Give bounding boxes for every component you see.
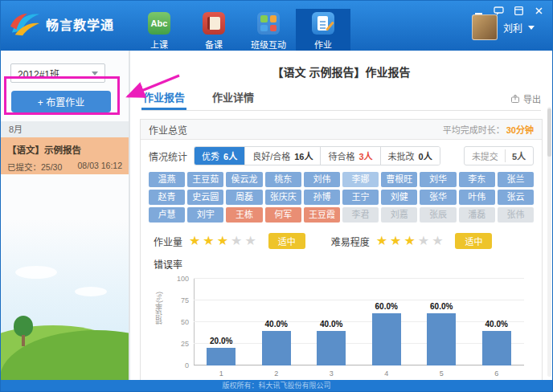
student-cell[interactable]: 王宁 (342, 190, 379, 205)
bar-slot: 40.0%3 (304, 279, 359, 365)
status-filter-0[interactable]: 优秀6人 (195, 147, 244, 165)
difficulty-label: 难易程度 (331, 235, 370, 248)
filter-count: 0人 (419, 149, 432, 162)
close-icon[interactable] (534, 5, 544, 15)
student-cell[interactable]: 王豆霞 (304, 207, 340, 223)
status-filter-2[interactable]: 待合格3人 (320, 147, 379, 165)
tab-homework-detail[interactable]: 作业详情 (211, 89, 256, 110)
overview-panel: 作业总览 平均完成时长：30分钟 情况统计 优秀6人良好/合格16人待合格3人未… (140, 119, 543, 380)
homework-card[interactable]: 【语文】示例报告 已提交：25/30 08/03 16:12 (1, 137, 129, 174)
student-cell[interactable]: 温燕 (149, 172, 185, 187)
sidebar: 2012#1班 + 布置作业 8月 【语文】示例报告 已提交：25/30 08/… (1, 51, 129, 380)
star-icon: ★ (432, 235, 443, 247)
user-menu[interactable]: 刘利 (472, 14, 535, 40)
student-cell[interactable]: 张辰 (420, 207, 456, 223)
logo-area: 畅言教学通 (9, 10, 114, 39)
student-cell[interactable]: 张云 (498, 190, 534, 205)
chart-bars: 20.0%140.0%240.0%360.0%460.0%540.0%6 (194, 279, 524, 365)
star-icon: ★ (244, 235, 256, 247)
student-cell[interactable]: 张伟 (498, 207, 534, 223)
student-cell[interactable]: 刘健 (381, 190, 417, 205)
assign-homework-button[interactable]: + 布置作业 (11, 91, 111, 112)
homework-card-meta: 已提交：25/30 08/03 16:12 (7, 161, 122, 173)
stats-label: 情况统计 (149, 149, 187, 163)
chart-bar[interactable] (317, 331, 346, 365)
difficulty-stars: ★★★★★ (376, 235, 446, 247)
y-tick-label: 50 (168, 318, 189, 326)
error-rate-chart: 错误率(%) 025507510020.0%140.0%240.0%360.0%… (147, 272, 532, 380)
student-cell[interactable]: 王豆茹 (187, 172, 223, 187)
star-icon: ★ (189, 235, 200, 247)
tree-shape (14, 316, 33, 337)
student-cell[interactable]: 刘华 (420, 172, 456, 187)
student-cell[interactable]: 李君 (342, 207, 379, 223)
status-filter-group: 优秀6人良好/合格16人待合格3人未批改0人 (194, 146, 440, 165)
student-cell[interactable]: 何军 (265, 207, 301, 223)
bar-slot: 60.0%4 (359, 279, 415, 365)
class-selector[interactable]: 2012#1班 (10, 63, 105, 83)
homework-card-title: 【语文】示例报告 (7, 143, 122, 156)
chart-bar[interactable] (207, 348, 236, 365)
y-tick-label: 100 (168, 275, 189, 283)
app-title: 畅言教学通 (46, 14, 114, 34)
y-tick-label: 0 (168, 361, 189, 370)
student-cell[interactable]: 史云圆 (187, 190, 223, 205)
student-cell[interactable]: 周磊 (226, 190, 262, 205)
nav-tab-2[interactable]: 班级互动 (241, 9, 296, 51)
not-submitted-filter[interactable]: 未提交5人 (464, 146, 534, 165)
student-cell[interactable]: 刘嘉 (381, 207, 417, 223)
filter-count: 6人 (223, 149, 237, 162)
student-cell[interactable]: 张华 (420, 190, 456, 205)
abc-icon: Abc (148, 12, 170, 35)
student-cell[interactable]: 曹根旺 (381, 172, 417, 187)
difficulty-badge: 适中 (455, 233, 492, 249)
homework-datetime: 08/03 16:12 (78, 161, 122, 173)
scrollbar-thumb[interactable] (547, 108, 551, 157)
x-tick-label: 6 (469, 370, 525, 378)
student-cell[interactable]: 张兰 (498, 172, 534, 187)
student-cell[interactable]: 赵青 (149, 190, 185, 205)
nav-tabs: Abc上课备课班级互动作业 (132, 9, 350, 51)
student-cell[interactable]: 潘磊 (459, 207, 495, 223)
cloud-shape (75, 287, 107, 296)
status-filter-1[interactable]: 良好/合格16人 (244, 147, 320, 165)
star-icon: ★ (203, 235, 214, 247)
student-cell[interactable]: 李娜 (342, 172, 379, 187)
filter-label: 优秀 (202, 149, 219, 162)
student-cell[interactable]: 张庆庆 (265, 190, 301, 205)
student-cell[interactable]: 卢慧 (149, 207, 185, 223)
export-button[interactable]: 导出 (510, 92, 541, 110)
y-tick-label: 25 (168, 340, 189, 348)
workload-stars: ★★★★★ (189, 235, 259, 247)
stars-row: 作业量 ★★★★★ 适中 难易程度 ★★★★★ 适中 (141, 227, 542, 251)
student-cell[interactable]: 李东 (459, 172, 495, 187)
student-cell[interactable]: 王栋 (226, 207, 262, 223)
bar-slot: 60.0%5 (414, 279, 469, 365)
app-window: 畅言教学通 Abc上课备课班级互动作业 刘利 2012#1班 (0, 0, 553, 392)
student-cell[interactable]: 孙博 (304, 190, 340, 205)
tab-homework-report[interactable]: 作业报告 (141, 89, 186, 110)
student-grid: 温燕王豆茹侯云龙桃东刘伟李娜曹根旺刘华李东张兰赵青史云圆周磊张庆庆孙博王宁刘健张… (141, 172, 542, 227)
scrollbar[interactable] (547, 107, 551, 377)
student-cell[interactable]: 侯云龙 (226, 172, 262, 187)
student-cell[interactable]: 刘宇 (187, 207, 223, 223)
status-filter-3[interactable]: 未批改0人 (380, 147, 440, 165)
nav-tab-label: 作业 (301, 38, 345, 51)
nav-tab-0[interactable]: Abc上课 (132, 9, 186, 51)
chart-bar[interactable] (372, 313, 401, 365)
bar-value-label: 20.0% (194, 337, 249, 345)
nav-tab-3[interactable]: 作业 (296, 9, 350, 51)
bar-slot: 40.0%2 (249, 279, 305, 365)
avg-duration: 平均完成时长：30分钟 (443, 123, 534, 136)
chart-bar[interactable] (427, 313, 456, 365)
x-tick-label: 3 (304, 370, 359, 378)
filter-label: 待合格 (328, 149, 354, 162)
chart-bar[interactable] (482, 331, 511, 365)
user-avatar (472, 14, 498, 40)
student-cell[interactable]: 叶伟 (459, 190, 495, 205)
not-submitted-label: 未提交 (472, 149, 498, 162)
chart-bar[interactable] (262, 331, 291, 365)
student-cell[interactable]: 刘伟 (304, 172, 340, 187)
nav-tab-1[interactable]: 备课 (186, 9, 241, 51)
student-cell[interactable]: 桃东 (265, 172, 301, 187)
